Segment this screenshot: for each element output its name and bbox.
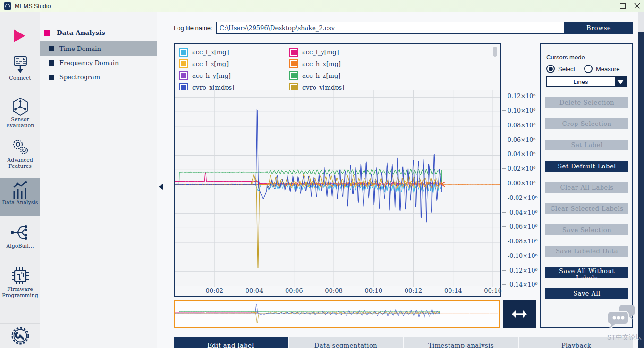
radio-select-icon[interactable]: [546, 65, 555, 73]
crop-selection-button[interactable]: Crop Selection: [545, 118, 628, 129]
sidebar-item-label: Data Analysis: [0, 199, 40, 206]
legend-label: acc_l_z[mg]: [192, 60, 229, 67]
y-axis-tick: 0.10×10⁶: [502, 107, 535, 114]
connect-icon: [11, 55, 30, 75]
legend-swatch: [289, 71, 298, 80]
legend-swatch: [179, 71, 188, 80]
maximize-button[interactable]: [616, 0, 630, 12]
save-all-button[interactable]: Save All: [545, 288, 628, 299]
sensor-evaluation-icon: [10, 97, 30, 116]
settings-button[interactable]: [0, 325, 40, 346]
sidebar-item-advanced-features[interactable]: Advanced Features: [0, 137, 40, 169]
sidebar-item-label: Advanced Features: [0, 157, 40, 169]
radio-select[interactable]: Select: [546, 65, 575, 73]
title-bar: MEMS Studio: [0, 0, 644, 12]
x-axis-tick-label: 00:06: [281, 287, 307, 294]
close-button[interactable]: [630, 0, 644, 12]
y-axis-tick-label: 0.00×10⁶: [508, 180, 535, 187]
square-bullet-icon: [49, 46, 54, 51]
divider: [0, 50, 40, 50]
legend-item-acc-h-z[interactable]: acc_h_z[mg]: [289, 70, 340, 81]
panel-header-bullet: [44, 30, 50, 36]
settings-gear-icon: [10, 325, 31, 346]
save-selection-button[interactable]: Save Selection: [545, 224, 628, 235]
legend-label: acc_h_x[mg]: [302, 60, 341, 67]
app-logo-icon: [4, 2, 11, 10]
tab-edit-and-label[interactable]: Edit and label: [174, 337, 288, 348]
save-all-without-labels-button[interactable]: Save All Without Labels: [545, 267, 628, 278]
y-axis-tick-label: 0.12×10⁶: [508, 92, 535, 99]
tab-timestamp-analysis[interactable]: Timestamp analysis: [404, 337, 518, 348]
x-axis-tick-label: 00:12: [400, 287, 426, 294]
collapse-panel-arrow[interactable]: [159, 184, 163, 190]
panel-item-time-domain[interactable]: Time Domain: [40, 41, 157, 56]
delete-selection-button[interactable]: Delete Selection: [545, 97, 628, 108]
clear-all-labels-button[interactable]: Clear All Labels: [545, 182, 628, 193]
y-axis-tick-label: -0.06×10⁶: [508, 223, 537, 230]
y-axis-tick: -0.02×10⁶: [502, 194, 537, 201]
cursors-mode-title: Cursors mode: [546, 54, 585, 61]
sidebar-item-connect[interactable]: Connect: [0, 55, 40, 81]
legend-item-acc-l-y[interactable]: acc_l_y[mg]: [289, 47, 339, 57]
legend-item-acc-l-x[interactable]: acc_l_x[mg]: [179, 47, 229, 57]
y-axis-tick-label: -0.08×10⁶: [508, 238, 537, 245]
window-scrollbar[interactable]: [638, 12, 644, 348]
set-label-button[interactable]: Set Label: [545, 140, 628, 150]
maximize-icon: [620, 3, 626, 9]
x-axis-tick-label: 00:14: [440, 287, 466, 294]
legend-item-acc-h-x[interactable]: acc_h_x[mg]: [289, 58, 341, 69]
legend-scrollbar[interactable]: [493, 47, 497, 57]
y-axis-tick: -0.12×10⁶: [502, 267, 537, 274]
sidebar-item-algobuilder[interactable]: AlgoBuil…: [0, 222, 40, 249]
plot-area[interactable]: [175, 90, 500, 286]
cursors-panel: Cursors mode Select Measure Lines Delete…: [540, 43, 633, 328]
bottom-tab-bar: Edit and label Data segmentation Timesta…: [174, 337, 633, 348]
data-analysis-icon: [10, 181, 30, 199]
y-axis-tick-label: -0.04×10⁶: [508, 209, 537, 216]
legend-swatch: [179, 59, 188, 68]
panel-item-frequency-domain[interactable]: Frequency Domain: [40, 56, 157, 70]
window-title: MEMS Studio: [15, 3, 51, 9]
legend-label: acc_l_y[mg]: [302, 49, 339, 56]
legend-item-acc-l-z[interactable]: acc_l_z[mg]: [179, 58, 229, 69]
set-default-label-button[interactable]: Set Default Label: [545, 161, 628, 172]
sidebar-item-label: AlgoBuil…: [0, 243, 40, 249]
y-axis-tick: 0.12×10⁶: [502, 92, 535, 99]
save-labeled-data-button[interactable]: Save Labeled Data: [545, 246, 628, 257]
x-axis-tick-label: 00:08: [321, 287, 347, 294]
signal-plot: [175, 90, 500, 287]
x-axis: 00:0200:0400:0600:0800:1000:1200:1400:16: [175, 287, 500, 296]
scrollbar-thumb[interactable]: [638, 32, 644, 348]
radio-measure-icon[interactable]: [584, 65, 593, 73]
clear-selected-labels-button[interactable]: Clear Selected Labels: [545, 203, 628, 214]
sidebar-item-firmware-programming[interactable]: Firmware Programming: [0, 265, 40, 298]
time-domain-chart[interactable]: acc_l_x[mg] acc_l_y[mg] acc_l_z[mg] acc_…: [174, 43, 501, 297]
signal-overview-strip[interactable]: [174, 300, 500, 328]
square-bullet-icon: [49, 60, 54, 66]
y-axis-tick: -0.06×10⁶: [502, 223, 537, 230]
minimize-button[interactable]: [602, 0, 616, 12]
divider: [0, 323, 40, 324]
log-file-input[interactable]: [216, 22, 565, 34]
panel-header: Data Analysis: [44, 29, 105, 36]
radio-select-label: Select: [558, 66, 575, 73]
browse-button[interactable]: Browse: [565, 22, 633, 34]
y-axis-tick: 0.08×10⁶: [502, 122, 535, 129]
tab-data-segmentation[interactable]: Data segmentation: [289, 337, 403, 348]
panel-item-spectrogram[interactable]: Spectrogram: [40, 70, 157, 84]
x-axis-tick-label: 00:02: [201, 287, 228, 294]
dropdown-value: Lines: [547, 78, 615, 85]
dropdown-caret[interactable]: [615, 77, 626, 86]
sidebar-item-label: Firmware Programming: [0, 286, 40, 298]
radio-measure[interactable]: Measure: [584, 65, 620, 73]
sidebar-item-sensor-evaluation[interactable]: Sensor Evaluation: [0, 97, 40, 129]
square-bullet-icon: [49, 75, 54, 80]
legend-item-acc-h-y[interactable]: acc_h_y[mg]: [179, 70, 231, 81]
legend-label: acc_h_y[mg]: [192, 72, 231, 79]
run-play-button[interactable]: [14, 29, 25, 42]
sidebar-item-data-analysis[interactable]: Data Analysis: [0, 181, 40, 206]
cursor-shape-dropdown[interactable]: Lines: [546, 76, 627, 87]
sidebar-item-label: Sensor Evaluation: [0, 116, 40, 129]
tab-playback[interactable]: Playback: [519, 337, 633, 348]
horizontal-pan-button[interactable]: [503, 300, 536, 328]
